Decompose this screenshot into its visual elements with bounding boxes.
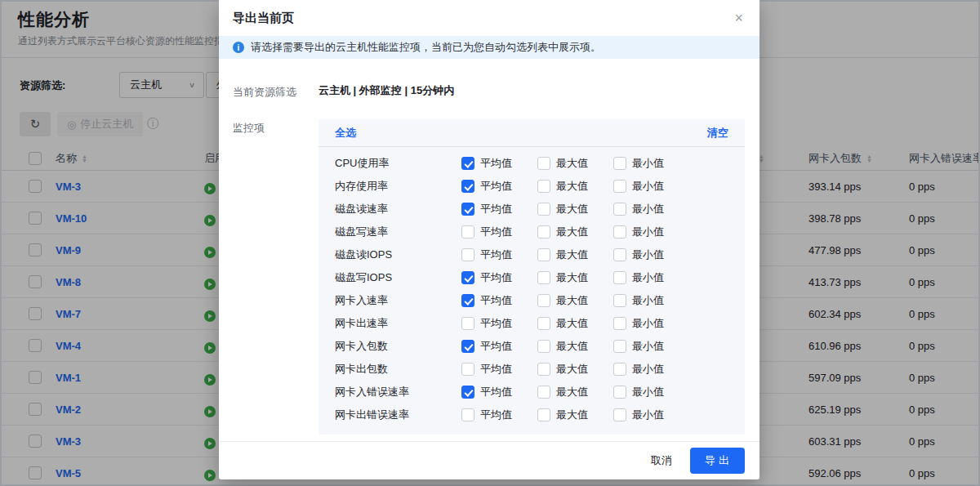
current-filter-value: 云主机 | 外部监控 | 15分钟内 [318, 83, 454, 98]
min-checkbox[interactable] [613, 157, 626, 170]
max-checkbox[interactable] [537, 294, 550, 307]
avg-checkbox[interactable] [461, 317, 474, 330]
monitor-item-row: 内存使用率平均值最大值最小值 [335, 175, 728, 198]
avg-checkbox-group[interactable]: 平均值 [461, 225, 537, 239]
min-checkbox-group[interactable]: 最小值 [613, 179, 689, 194]
min-checkbox[interactable] [613, 317, 626, 330]
min-checkbox[interactable] [613, 294, 626, 307]
monitor-item-row: 磁盘写速率平均值最大值最小值 [335, 221, 728, 243]
avg-checkbox-group[interactable]: 平均值 [461, 202, 537, 216]
avg-checkbox[interactable] [461, 363, 474, 376]
max-checkbox[interactable] [537, 203, 550, 216]
min-checkbox[interactable] [613, 248, 626, 261]
avg-checkbox-group[interactable]: 平均值 [461, 408, 537, 422]
max-checkbox-group[interactable]: 最大值 [537, 179, 613, 194]
max-checkbox-group[interactable]: 最大值 [537, 156, 613, 171]
close-icon[interactable]: × [734, 11, 743, 25]
monitor-item-name: 磁盘写IOPS [335, 270, 461, 285]
max-checkbox-group[interactable]: 最大值 [537, 225, 613, 239]
avg-checkbox[interactable] [461, 225, 474, 239]
monitor-items-row: 监控项 全选 清空 CPU使用率平均值最大值最小值内存使用率平均值最大值最小值磁… [233, 119, 745, 435]
max-checkbox[interactable] [537, 248, 550, 261]
monitor-item-name: 网卡出错误速率 [335, 408, 461, 422]
max-checkbox[interactable] [537, 225, 550, 239]
checkbox-label: 最大值 [556, 362, 588, 377]
checkbox-label: 最小值 [632, 225, 664, 239]
monitor-item-name: 磁盘读IOPS [335, 247, 461, 262]
checkbox-label: 最大值 [556, 179, 588, 194]
max-checkbox[interactable] [537, 157, 550, 170]
checkbox-label: 平均值 [480, 202, 512, 216]
max-checkbox[interactable] [537, 317, 550, 330]
checkbox-label: 最小值 [632, 247, 664, 262]
monitor-item-name: 网卡入错误速率 [335, 385, 461, 399]
max-checkbox-group[interactable]: 最大值 [537, 362, 613, 377]
min-checkbox-group[interactable]: 最小值 [613, 156, 689, 171]
min-checkbox[interactable] [613, 386, 626, 399]
avg-checkbox-group[interactable]: 平均值 [461, 293, 537, 308]
min-checkbox[interactable] [613, 203, 626, 216]
min-checkbox-group[interactable]: 最小值 [613, 225, 689, 239]
avg-checkbox[interactable] [461, 180, 474, 193]
max-checkbox[interactable] [537, 271, 550, 284]
min-checkbox[interactable] [613, 363, 626, 376]
avg-checkbox-group[interactable]: 平均值 [461, 362, 537, 377]
min-checkbox-group[interactable]: 最小值 [613, 247, 689, 262]
avg-checkbox-group[interactable]: 平均值 [461, 179, 537, 194]
avg-checkbox[interactable] [461, 408, 474, 421]
max-checkbox-group[interactable]: 最大值 [537, 316, 613, 331]
cancel-button[interactable]: 取消 [651, 453, 672, 468]
max-checkbox[interactable] [537, 180, 550, 193]
monitor-item-row: 网卡出速率平均值最大值最小值 [335, 312, 728, 335]
select-all-link[interactable]: 全选 [335, 126, 356, 140]
avg-checkbox-group[interactable]: 平均值 [461, 385, 537, 399]
panel-header: 全选 清空 [318, 119, 745, 147]
avg-checkbox-group[interactable]: 平均值 [461, 156, 537, 171]
min-checkbox[interactable] [613, 408, 626, 421]
monitor-item-row: CPU使用率平均值最大值最小值 [335, 152, 728, 175]
monitor-item-row: 网卡入错误速率平均值最大值最小值 [335, 381, 728, 404]
max-checkbox[interactable] [537, 363, 550, 376]
avg-checkbox-group[interactable]: 平均值 [461, 316, 537, 331]
max-checkbox-group[interactable]: 最大值 [537, 202, 613, 216]
avg-checkbox[interactable] [461, 340, 474, 353]
max-checkbox[interactable] [537, 408, 550, 421]
monitor-item-row: 磁盘读速率平均值最大值最小值 [335, 198, 728, 221]
clear-link[interactable]: 清空 [707, 126, 728, 140]
max-checkbox[interactable] [537, 340, 550, 353]
min-checkbox-group[interactable]: 最小值 [613, 293, 689, 308]
min-checkbox-group[interactable]: 最小值 [613, 202, 689, 216]
min-checkbox[interactable] [613, 180, 626, 193]
min-checkbox-group[interactable]: 最小值 [613, 362, 689, 377]
monitor-item-name: 网卡出速率 [335, 316, 461, 331]
avg-checkbox[interactable] [461, 203, 474, 216]
avg-checkbox[interactable] [461, 157, 474, 170]
min-checkbox-group[interactable]: 最小值 [613, 339, 689, 354]
avg-checkbox[interactable] [461, 248, 474, 261]
checkbox-label: 最小值 [632, 270, 664, 285]
min-checkbox-group[interactable]: 最小值 [613, 408, 689, 422]
min-checkbox[interactable] [613, 225, 626, 239]
checkbox-label: 最大值 [556, 156, 588, 171]
avg-checkbox-group[interactable]: 平均值 [461, 247, 537, 262]
max-checkbox-group[interactable]: 最大值 [537, 408, 613, 422]
avg-checkbox[interactable] [461, 271, 474, 284]
avg-checkbox[interactable] [461, 294, 474, 307]
monitor-item-list: CPU使用率平均值最大值最小值内存使用率平均值最大值最小值磁盘读速率平均值最大值… [318, 147, 745, 435]
min-checkbox-group[interactable]: 最小值 [613, 270, 689, 285]
max-checkbox-group[interactable]: 最大值 [537, 270, 613, 285]
min-checkbox[interactable] [613, 340, 626, 353]
max-checkbox-group[interactable]: 最大值 [537, 247, 613, 262]
avg-checkbox-group[interactable]: 平均值 [461, 270, 537, 285]
max-checkbox-group[interactable]: 最大值 [537, 339, 613, 354]
max-checkbox[interactable] [537, 386, 550, 399]
min-checkbox-group[interactable]: 最小值 [613, 316, 689, 331]
avg-checkbox-group[interactable]: 平均值 [461, 339, 537, 354]
export-button[interactable]: 导出 [690, 448, 745, 474]
min-checkbox-group[interactable]: 最小值 [613, 385, 689, 399]
avg-checkbox[interactable] [461, 386, 474, 399]
checkbox-label: 平均值 [480, 270, 512, 285]
max-checkbox-group[interactable]: 最大值 [537, 293, 613, 308]
min-checkbox[interactable] [613, 271, 626, 284]
max-checkbox-group[interactable]: 最大值 [537, 385, 613, 399]
